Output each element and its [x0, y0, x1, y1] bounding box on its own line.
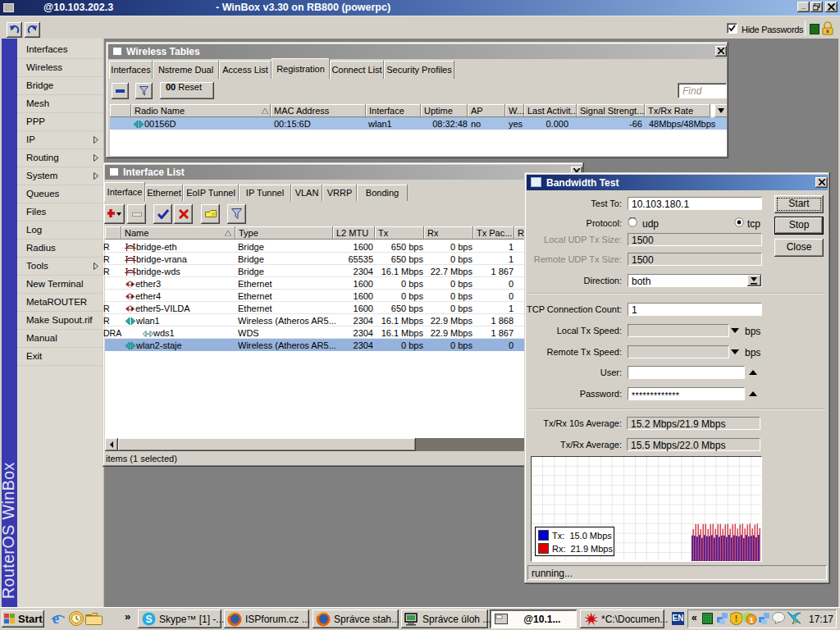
svg-text:RouterOS WinBox: RouterOS WinBox: [2, 462, 17, 599]
svg-text:1: 1: [749, 616, 753, 624]
svg-text:!: !: [735, 614, 737, 623]
svg-text:S: S: [145, 614, 152, 625]
